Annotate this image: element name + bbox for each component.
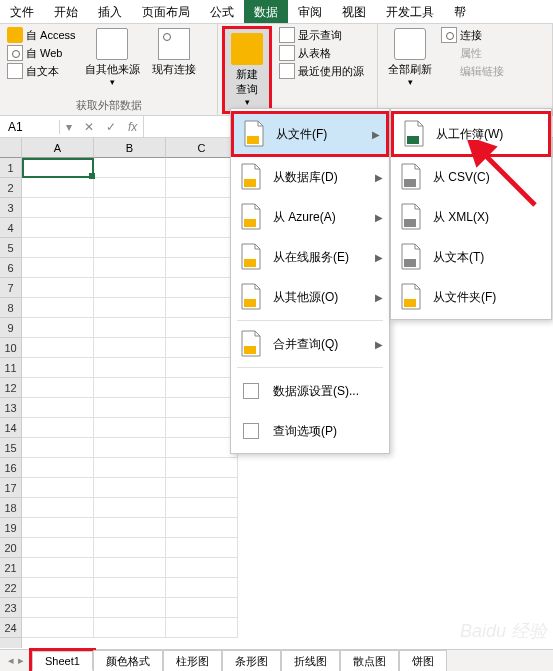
cell[interactable] xyxy=(22,498,94,518)
submenu-item[interactable]: 从文件夹(F) xyxy=(391,277,551,317)
cell[interactable] xyxy=(94,398,166,418)
connections-item[interactable]: 连接 xyxy=(438,26,507,44)
row-header[interactable]: 14 xyxy=(0,418,21,438)
cancel-icon[interactable]: ✕ xyxy=(78,120,100,134)
menu-layout[interactable]: 页面布局 xyxy=(132,0,200,23)
sheet-tab-active[interactable]: Sheet1 xyxy=(32,651,93,671)
new-query-button[interactable]: 新建 查询▾ xyxy=(222,26,272,114)
edit-links-item[interactable]: 编辑链接 xyxy=(438,62,507,80)
cell[interactable] xyxy=(166,598,238,618)
row-header[interactable]: 17 xyxy=(0,478,21,498)
row-header[interactable]: 6 xyxy=(0,258,21,278)
cell[interactable] xyxy=(166,538,238,558)
cell[interactable] xyxy=(166,438,238,458)
cell[interactable] xyxy=(22,418,94,438)
cell[interactable] xyxy=(94,338,166,358)
row-header[interactable]: 19 xyxy=(0,518,21,538)
menu-dev[interactable]: 开发工具 xyxy=(376,0,444,23)
cell[interactable] xyxy=(166,498,238,518)
sheet-tab[interactable]: 颜色格式 xyxy=(93,650,163,672)
menu-item[interactable]: 从 Azure(A)▶ xyxy=(231,197,389,237)
menu-item[interactable]: 从其他源(O)▶ xyxy=(231,277,389,317)
cell[interactable] xyxy=(94,238,166,258)
cell[interactable] xyxy=(94,438,166,458)
cell[interactable] xyxy=(94,358,166,378)
row-header[interactable]: 11 xyxy=(0,358,21,378)
cell[interactable] xyxy=(94,538,166,558)
row-header[interactable]: 9 xyxy=(0,318,21,338)
cell[interactable] xyxy=(22,618,94,638)
cell[interactable] xyxy=(94,518,166,538)
cell[interactable] xyxy=(94,158,166,178)
cell[interactable] xyxy=(166,458,238,478)
cell[interactable] xyxy=(166,298,238,318)
menu-item[interactable]: 查询选项(P) xyxy=(231,411,389,451)
row-header[interactable]: 3 xyxy=(0,198,21,218)
cell[interactable] xyxy=(166,518,238,538)
namebox-dropdown-icon[interactable]: ▾ xyxy=(60,120,78,134)
row-header[interactable]: 20 xyxy=(0,538,21,558)
submenu-item[interactable]: 从 CSV(C) xyxy=(391,157,551,197)
col-header[interactable]: C xyxy=(166,138,238,158)
menu-help[interactable]: 帮 xyxy=(444,0,476,23)
from-access[interactable]: 自 Access xyxy=(4,26,79,44)
row-header[interactable]: 15 xyxy=(0,438,21,458)
cell[interactable] xyxy=(94,458,166,478)
cell[interactable] xyxy=(22,598,94,618)
menu-item[interactable]: 合并查询(Q)▶ xyxy=(231,324,389,364)
fx-icon[interactable]: fx xyxy=(122,120,143,134)
row-header[interactable]: 10 xyxy=(0,338,21,358)
cell[interactable] xyxy=(166,558,238,578)
cell[interactable] xyxy=(94,298,166,318)
name-box[interactable]: A1 xyxy=(0,120,60,134)
row-header[interactable]: 16 xyxy=(0,458,21,478)
cell[interactable] xyxy=(22,338,94,358)
menu-item[interactable]: 从数据库(D)▶ xyxy=(231,157,389,197)
sheet-nav[interactable]: ◂▸ xyxy=(0,654,32,667)
submenu-item[interactable]: 从 XML(X) xyxy=(391,197,551,237)
cell[interactable] xyxy=(22,398,94,418)
menu-review[interactable]: 审阅 xyxy=(288,0,332,23)
existing-connections[interactable]: 现有连接 xyxy=(146,26,202,79)
cell[interactable] xyxy=(94,318,166,338)
cell[interactable] xyxy=(166,218,238,238)
cell[interactable] xyxy=(22,218,94,238)
cell[interactable] xyxy=(22,478,94,498)
cell[interactable] xyxy=(22,158,94,178)
cell[interactable] xyxy=(166,318,238,338)
cell[interactable] xyxy=(94,578,166,598)
row-header[interactable]: 1 xyxy=(0,158,21,178)
cell[interactable] xyxy=(166,418,238,438)
cell[interactable] xyxy=(22,278,94,298)
menu-item[interactable]: 从文件(F)▶ xyxy=(231,111,389,157)
sheet-tab[interactable]: 折线图 xyxy=(281,650,340,672)
cell[interactable] xyxy=(94,378,166,398)
cell[interactable] xyxy=(166,578,238,598)
cell[interactable] xyxy=(166,398,238,418)
sheet-tab[interactable]: 散点图 xyxy=(340,650,399,672)
cell[interactable] xyxy=(94,218,166,238)
sheet-tab[interactable]: 柱形图 xyxy=(163,650,222,672)
row-header[interactable]: 7 xyxy=(0,278,21,298)
cell[interactable] xyxy=(166,378,238,398)
cell[interactable] xyxy=(94,418,166,438)
cell[interactable] xyxy=(166,238,238,258)
menu-item[interactable]: 数据源设置(S)... xyxy=(231,371,389,411)
row-header[interactable]: 21 xyxy=(0,558,21,578)
cell[interactable] xyxy=(94,498,166,518)
cell[interactable] xyxy=(22,558,94,578)
cell[interactable] xyxy=(94,598,166,618)
row-header[interactable]: 4 xyxy=(0,218,21,238)
cell[interactable] xyxy=(22,198,94,218)
cell[interactable] xyxy=(166,478,238,498)
sheet-tab[interactable]: 饼图 xyxy=(399,650,447,672)
submenu-item[interactable]: 从文本(T) xyxy=(391,237,551,277)
cell[interactable] xyxy=(94,618,166,638)
cell[interactable] xyxy=(166,358,238,378)
row-header[interactable]: 13 xyxy=(0,398,21,418)
submenu-item[interactable]: 从工作簿(W) xyxy=(391,111,551,157)
cell[interactable] xyxy=(166,178,238,198)
menu-formula[interactable]: 公式 xyxy=(200,0,244,23)
cell[interactable] xyxy=(22,318,94,338)
cell[interactable] xyxy=(22,178,94,198)
